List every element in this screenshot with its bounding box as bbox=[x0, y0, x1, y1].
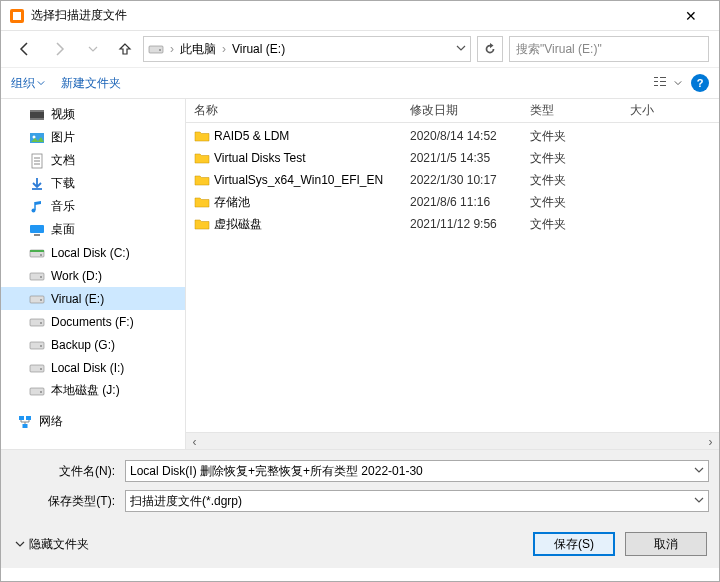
list-item[interactable]: 虚拟磁盘2021/11/12 9:56文件夹 bbox=[186, 213, 719, 235]
file-name: RAID5 & LDM bbox=[214, 129, 289, 143]
svg-rect-34 bbox=[30, 365, 44, 372]
sidebar-item[interactable]: 桌面 bbox=[1, 218, 185, 241]
toolbar: 组织 新建文件夹 ? bbox=[1, 67, 719, 99]
sidebar-item-label: 文档 bbox=[51, 152, 75, 169]
file-name: 存储池 bbox=[214, 194, 250, 211]
cancel-button[interactable]: 取消 bbox=[625, 532, 707, 556]
sidebar-item[interactable]: 下载 bbox=[1, 172, 185, 195]
svg-rect-4 bbox=[654, 77, 658, 78]
drive-icon bbox=[29, 360, 45, 376]
address-dropdown[interactable] bbox=[456, 42, 466, 56]
sidebar-item-label: 桌面 bbox=[51, 221, 75, 238]
refresh-button[interactable] bbox=[477, 36, 503, 62]
sidebar-item[interactable]: 视频 bbox=[1, 103, 185, 126]
sidebar-item[interactable]: Backup (G:) bbox=[1, 333, 185, 356]
drive-icon bbox=[29, 268, 45, 284]
svg-rect-5 bbox=[654, 81, 658, 82]
svg-point-3 bbox=[159, 49, 161, 51]
breadcrumb-location[interactable]: Virual (E:) bbox=[232, 42, 285, 56]
file-date: 2020/8/14 14:52 bbox=[410, 129, 530, 143]
sidebar-item[interactable]: Virual (E:) bbox=[1, 287, 185, 310]
column-type[interactable]: 类型 bbox=[530, 102, 630, 119]
file-name: Virtual Disks Test bbox=[214, 151, 306, 165]
sidebar-item-network[interactable]: 网络 bbox=[1, 410, 185, 433]
list-item[interactable]: Virtual Disks Test2021/1/5 14:35文件夹 bbox=[186, 147, 719, 169]
close-button[interactable]: ✕ bbox=[671, 1, 711, 31]
scroll-left-icon[interactable]: ‹ bbox=[186, 433, 203, 450]
chevron-down-icon[interactable] bbox=[694, 494, 704, 508]
column-size[interactable]: 大小 bbox=[630, 102, 719, 119]
folder-icon bbox=[194, 150, 210, 166]
sidebar-item[interactable]: 图片 bbox=[1, 126, 185, 149]
downloads-icon bbox=[29, 176, 45, 192]
desktop-icon bbox=[29, 222, 45, 238]
titlebar: 选择扫描进度文件 ✕ bbox=[1, 1, 719, 31]
list-item[interactable]: 存储池2021/8/6 11:16文件夹 bbox=[186, 191, 719, 213]
chevron-down-icon[interactable] bbox=[694, 464, 704, 478]
addressbar[interactable]: › 此电脑 › Virual (E:) bbox=[143, 36, 471, 62]
filetype-value: 扫描进度文件(*.dgrp) bbox=[130, 493, 242, 510]
svg-rect-8 bbox=[660, 81, 666, 82]
folder-icon bbox=[194, 216, 210, 232]
svg-rect-12 bbox=[30, 118, 44, 120]
window-title: 选择扫描进度文件 bbox=[31, 7, 671, 24]
sidebar-item[interactable]: 音乐 bbox=[1, 195, 185, 218]
drive-icon bbox=[29, 291, 45, 307]
new-folder-button[interactable]: 新建文件夹 bbox=[61, 75, 121, 92]
chevron-right-icon: › bbox=[220, 42, 228, 56]
svg-rect-22 bbox=[34, 234, 40, 236]
svg-point-27 bbox=[40, 276, 42, 278]
list-item[interactable]: VirtualSys_x64_Win10_EFI_EN2022/1/30 10:… bbox=[186, 169, 719, 191]
sidebar-item[interactable]: Documents (F:) bbox=[1, 310, 185, 333]
view-options-button[interactable] bbox=[653, 72, 683, 94]
svg-point-33 bbox=[40, 345, 42, 347]
column-headers: 名称 修改日期 类型 大小 bbox=[186, 99, 719, 123]
forward-button[interactable] bbox=[45, 37, 73, 61]
breadcrumb-pc[interactable]: 此电脑 bbox=[180, 41, 216, 58]
chevron-down-icon bbox=[15, 539, 25, 549]
folder-icon bbox=[194, 172, 210, 188]
pictures-icon bbox=[29, 130, 45, 146]
sidebar-item-label: Local Disk (I:) bbox=[51, 361, 124, 375]
filename-field[interactable] bbox=[130, 464, 694, 478]
column-name[interactable]: 名称 bbox=[194, 102, 410, 119]
file-name: VirtualSys_x64_Win10_EFI_EN bbox=[214, 173, 383, 187]
svg-rect-9 bbox=[660, 85, 666, 86]
column-modified[interactable]: 修改日期 bbox=[410, 102, 530, 119]
sidebar-item-label: 本地磁盘 (J:) bbox=[51, 382, 120, 399]
sidebar-item-label: 音乐 bbox=[51, 198, 75, 215]
horizontal-scrollbar[interactable]: ‹ › bbox=[186, 432, 719, 449]
sidebar-item-label: Backup (G:) bbox=[51, 338, 115, 352]
file-date: 2021/8/6 11:16 bbox=[410, 195, 530, 209]
main-area: 视频图片文档下载音乐桌面Local Disk (C:)Work (D:)Viru… bbox=[1, 99, 719, 449]
sidebar-item-label: Virual (E:) bbox=[51, 292, 104, 306]
sidebar-item[interactable]: Local Disk (I:) bbox=[1, 356, 185, 379]
network-icon bbox=[17, 414, 33, 430]
chevron-right-icon: › bbox=[168, 42, 176, 56]
sidebar: 视频图片文档下载音乐桌面Local Disk (C:)Work (D:)Viru… bbox=[1, 99, 186, 449]
organize-menu[interactable]: 组织 bbox=[11, 75, 45, 92]
sidebar-item[interactable]: 本地磁盘 (J:) bbox=[1, 379, 185, 402]
search-input[interactable]: 搜索"Virual (E:)" bbox=[509, 36, 709, 62]
list-item[interactable]: RAID5 & LDM2020/8/14 14:52文件夹 bbox=[186, 125, 719, 147]
sidebar-item[interactable]: Local Disk (C:) bbox=[1, 241, 185, 264]
filename-input[interactable] bbox=[125, 460, 709, 482]
svg-rect-28 bbox=[30, 296, 44, 303]
drive-c-icon bbox=[29, 245, 45, 261]
svg-rect-6 bbox=[654, 85, 658, 86]
up-button[interactable] bbox=[113, 37, 137, 61]
scroll-right-icon[interactable]: › bbox=[702, 433, 719, 450]
video-icon bbox=[29, 107, 45, 123]
hide-folders-toggle[interactable]: 隐藏文件夹 bbox=[15, 536, 89, 553]
sidebar-item[interactable]: 文档 bbox=[1, 149, 185, 172]
sidebar-item[interactable]: Work (D:) bbox=[1, 264, 185, 287]
drive-icon bbox=[148, 41, 164, 57]
filetype-select[interactable]: 扫描进度文件(*.dgrp) bbox=[125, 490, 709, 512]
file-date: 2022/1/30 10:17 bbox=[410, 173, 530, 187]
back-button[interactable] bbox=[11, 37, 39, 61]
help-button[interactable]: ? bbox=[691, 74, 709, 92]
sidebar-item-label: 视频 bbox=[51, 106, 75, 123]
recent-dropdown[interactable] bbox=[79, 37, 107, 61]
sidebar-item-label: Documents (F:) bbox=[51, 315, 134, 329]
save-button[interactable]: 保存(S) bbox=[533, 532, 615, 556]
